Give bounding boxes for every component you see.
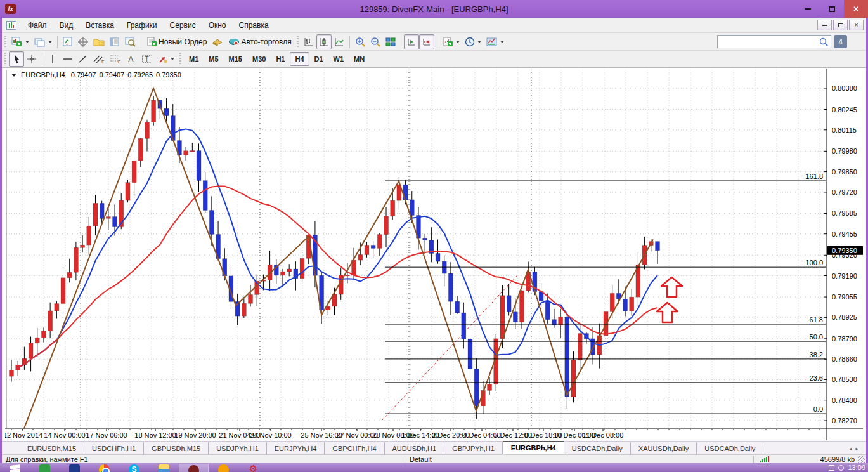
mdi-restore-button[interactable] [833, 20, 848, 30]
tray-icon[interactable] [829, 465, 834, 471]
timeframe-button-m5[interactable]: M5 [204, 52, 223, 66]
bull-candle [578, 334, 582, 360]
templates-button[interactable] [484, 34, 507, 49]
line-chart-type-button[interactable] [332, 34, 347, 49]
system-tray[interactable]: 13:09 [829, 464, 865, 471]
crosshair-tool-button[interactable] [24, 51, 39, 67]
timeframe-button-m1[interactable]: M1 [184, 52, 204, 66]
start-button[interactable] [0, 464, 30, 472]
chart-tab-gbpchfh-h4[interactable]: GBPCHFh,H4 [325, 442, 384, 454]
trendline-tool-button[interactable] [75, 51, 91, 67]
fibonacci-tool-button[interactable]: F [107, 51, 124, 67]
indicators-button[interactable] [440, 34, 462, 49]
navigator-button[interactable] [91, 34, 107, 49]
menu-item-file[interactable]: Файл [22, 19, 53, 32]
taskbar-app-skype[interactable]: S [119, 464, 149, 472]
new-order-button[interactable]: Новый Ордер [144, 34, 209, 49]
chart-tab-eurjpyh-h4[interactable]: EURJPYh,H4 [267, 442, 325, 454]
taskbar-app-chrome[interactable] [89, 464, 119, 472]
timeframe-button-h4[interactable]: H4 [290, 52, 309, 66]
minimize-button[interactable] [796, 0, 820, 18]
taskbar-app-orange[interactable] [209, 464, 238, 472]
bull-candle [138, 138, 143, 161]
toolbar-grip[interactable] [4, 53, 7, 65]
bar-chart-type-button[interactable] [301, 34, 316, 49]
menu-item-view[interactable]: Вид [53, 19, 80, 32]
status-profile[interactable]: Default [410, 455, 432, 464]
taskbar-app-explorer[interactable] [149, 464, 179, 472]
horizontal-line-tool-button[interactable] [60, 51, 75, 67]
chart-tab-eurgbph-h4[interactable]: EURGBPh,H4 [503, 441, 564, 454]
arrows-tool-button[interactable] [155, 51, 177, 67]
bull-candle [358, 254, 363, 260]
maximize-button[interactable] [820, 0, 844, 18]
timeframe-button-mn[interactable]: MN [349, 52, 370, 66]
chart-tab-gbpusdh-m15[interactable]: GBPUSDh,M15 [144, 442, 209, 454]
price-tick-label: 0.80245 [832, 106, 857, 114]
periods-button[interactable] [462, 34, 484, 49]
vertical-line-tool-button[interactable] [45, 51, 60, 67]
market-watch-button[interactable] [60, 34, 75, 49]
notifications-badge[interactable]: 4 [834, 35, 847, 48]
menu-item-service[interactable]: Сервис [164, 19, 202, 32]
chart-tab-usdcadh-daily[interactable]: USDCADh,Daily [564, 442, 631, 454]
close-button[interactable]: × [844, 0, 868, 18]
text-label-tool-button[interactable]: T [139, 51, 155, 67]
menu-item-help[interactable]: Справка [233, 19, 275, 32]
resize-grip[interactable] [858, 456, 865, 463]
chart-tab-eurusdh-m15[interactable]: EURUSDh,M15 [20, 442, 84, 454]
chart-tab-xauusdh-daily[interactable]: XAUUSDh,Daily [631, 442, 697, 454]
collapse-triangle-icon[interactable] [11, 74, 16, 77]
timeframe-button-m15[interactable]: M15 [224, 52, 247, 66]
toolbar-grip[interactable] [179, 53, 182, 65]
autotrading-button[interactable]: Авто-торговля [226, 34, 294, 49]
chart-shift-button[interactable] [419, 34, 434, 49]
data-window-button[interactable] [75, 34, 91, 49]
zoom-in-button[interactable] [353, 34, 368, 49]
taskbar-app-docs[interactable] [60, 464, 89, 472]
metaeditor-button[interactable] [209, 34, 226, 49]
chart-tab-gbpjpyh-h1[interactable]: GBPJPYh,H1 [444, 442, 503, 454]
price-chart[interactable]: 161.8100.061.850.038.223.60.00.803800.80… [5, 69, 863, 440]
auto-scroll-button[interactable] [404, 34, 419, 49]
menu-item-insert[interactable]: Вставка [79, 19, 120, 32]
cursor-tool-button[interactable] [9, 51, 24, 67]
new-chart-button[interactable] [9, 34, 32, 49]
text-tool-button[interactable]: A [124, 51, 139, 67]
taskbar-app-settings[interactable]: ⚙ [238, 464, 268, 472]
price-tick-label: 0.79720 [832, 188, 857, 196]
bear-candle [410, 200, 414, 216]
chart-ohlc-label: EURGBPh,H4 0.79407 0.79407 0.79265 0.793… [11, 71, 181, 79]
strategy-tester-button[interactable] [122, 34, 138, 49]
timeframe-button-w1[interactable]: W1 [328, 52, 349, 66]
tile-windows-button[interactable] [383, 34, 398, 49]
mdi-close-button[interactable]: × [849, 20, 864, 30]
chart-tab-usdjpyh-h1[interactable]: USDJPYh,H1 [209, 442, 267, 454]
tab-scroll-arrows[interactable]: ◂▸ [849, 445, 862, 452]
equidistant-channel-tool-button[interactable]: E [91, 51, 107, 67]
timeframe-button-h1[interactable]: H1 [271, 52, 290, 66]
taskbar-app-mt4-active[interactable] [179, 464, 209, 472]
candlestick-chart-type-button[interactable] [316, 34, 332, 49]
taskbar-app-store[interactable] [30, 464, 60, 472]
chart-area[interactable]: 161.8100.061.850.038.223.60.00.803800.80… [2, 68, 866, 441]
chart-tab-usdcadh-daily[interactable]: USDCADh,Daily [697, 442, 763, 454]
bull-candle [391, 200, 395, 216]
terminal-button[interactable] [107, 34, 122, 49]
search-input[interactable] [718, 36, 817, 48]
toolbar-grip[interactable] [4, 36, 7, 48]
chart-tab-usdchfh-h1[interactable]: USDCHFh,H1 [84, 442, 144, 454]
bull-candle [132, 161, 136, 182]
menu-item-charts[interactable]: Графики [120, 19, 164, 32]
toolbar-grip[interactable] [296, 36, 299, 48]
zoom-out-button[interactable] [368, 34, 383, 49]
profiles-button[interactable] [32, 34, 55, 49]
chart-tab-audusdh-h1[interactable]: AUDUSDh,H1 [385, 442, 445, 454]
menu-item-window[interactable]: Окно [202, 19, 233, 32]
bear-candle [113, 217, 117, 227]
mdi-minimize-button[interactable] [817, 20, 832, 30]
timeframe-button-m30[interactable]: M30 [247, 52, 271, 66]
timeframe-button-d1[interactable]: D1 [309, 52, 328, 66]
search-icon[interactable] [819, 37, 829, 47]
tray-icon[interactable] [838, 465, 844, 471]
